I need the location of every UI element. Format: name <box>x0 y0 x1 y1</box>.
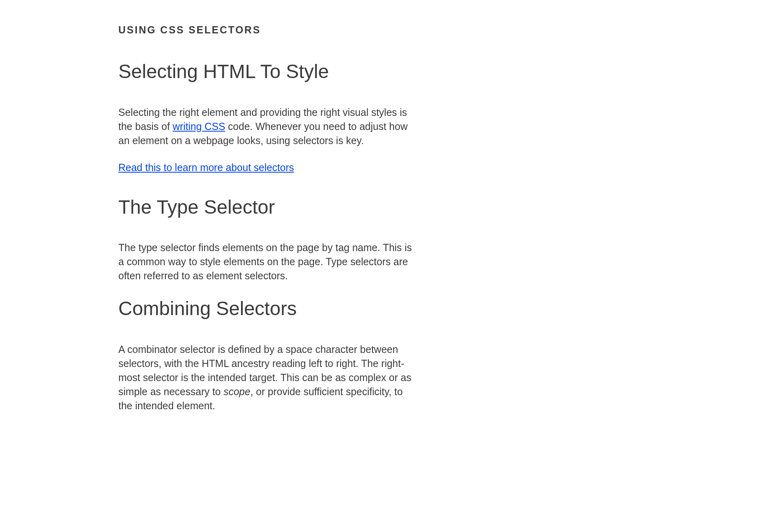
combining-selectors-heading: Combining Selectors <box>118 297 416 320</box>
document-container: USING CSS SELECTORS Selecting HTML To St… <box>118 24 416 413</box>
combining-selectors-body: A combinator selector is defined by a sp… <box>118 342 416 413</box>
read-more-link[interactable]: Read this to learn more about selectors <box>118 162 294 173</box>
scope-emphasis: scope <box>223 386 250 397</box>
type-selector-heading: The Type Selector <box>118 196 416 219</box>
page-title: Selecting HTML To Style <box>118 60 416 83</box>
intro-paragraph: Selecting the right element and providin… <box>118 105 416 148</box>
type-selector-body: The type selector finds elements on the … <box>118 241 416 283</box>
writing-css-link[interactable]: writing CSS <box>173 121 225 132</box>
type-selector-section: The Type Selector The type selector find… <box>118 196 416 283</box>
eyebrow-heading: USING CSS SELECTORS <box>118 24 416 36</box>
combining-selectors-section: Combining Selectors A combinator selecto… <box>118 297 416 413</box>
